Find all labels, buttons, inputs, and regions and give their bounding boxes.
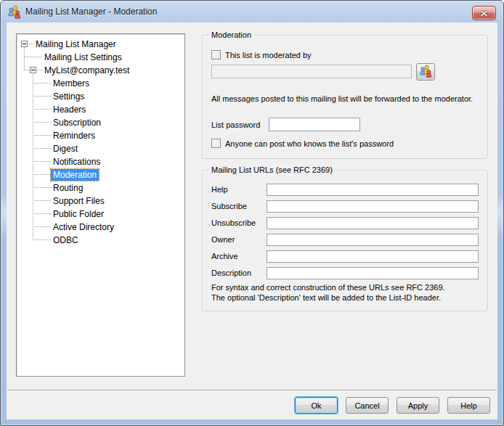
tree-expander-minus-icon[interactable] — [21, 41, 28, 47]
url-field-label-unsubscribe: Unsubscribe — [211, 218, 256, 227]
tree-connector — [24, 57, 43, 57]
url-field-label-owner: Owner — [211, 235, 235, 244]
moderation-group: Moderation This list is moderated by Al — [202, 35, 488, 159]
close-icon — [480, 8, 488, 19]
tree-item-label: ODBC — [51, 234, 81, 246]
moderated-by-checkbox-label: This list is moderated by — [225, 51, 312, 60]
tree-connector — [33, 174, 52, 175]
tree-item-label: Moderation — [51, 169, 99, 181]
tree-item-label: Settings — [51, 91, 86, 102]
tree-connector — [33, 226, 52, 227]
tree-connector — [24, 70, 29, 70]
tree-connector — [33, 213, 52, 214]
window-title: Mailing List Manager - Moderation — [25, 7, 157, 17]
tree-item-subscription[interactable]: Subscription — [17, 116, 184, 129]
tree-item-mailing-list-manager[interactable]: Mailing List Manager — [17, 38, 184, 51]
tree-item-label: Support Files — [51, 195, 107, 207]
dialog-window: Mailing List Manager - Moderation Mailin… — [0, 0, 504, 426]
tree-connector — [33, 135, 52, 136]
urls-note-line1: For syntax and correct construction of t… — [211, 283, 445, 292]
footer-divider — [7, 390, 497, 391]
tree-connector — [33, 187, 52, 188]
tree-connector — [33, 83, 52, 83]
moderator-input — [211, 65, 412, 78]
url-input-owner[interactable] — [267, 234, 479, 246]
titlebar[interactable]: Mailing List Manager - Moderation — [1, 1, 503, 22]
moderation-group-title: Moderation — [208, 30, 254, 39]
tree-item-mylist-company-test[interactable]: MyList@company.test — [17, 64, 184, 77]
tree-item-notifications[interactable]: Notifications — [17, 155, 184, 168]
tree-guide-line — [33, 74, 33, 240]
address-book-people-icon — [419, 64, 433, 80]
tree-item-routing[interactable]: Routing — [17, 181, 184, 194]
tree-connector — [33, 239, 52, 240]
url-input-archive[interactable] — [267, 250, 479, 263]
help-button[interactable]: Help — [447, 397, 490, 414]
moderator-picker-button[interactable] — [416, 63, 435, 81]
url-field-label-subscribe: Subscribe — [211, 202, 247, 210]
url-input-unsubscribe[interactable] — [267, 217, 479, 229]
tree-item-label: Active Directory — [51, 221, 116, 233]
moderated-by-checkbox[interactable] — [211, 50, 221, 60]
tree-item-label: Reminders — [51, 130, 97, 142]
list-password-input[interactable] — [269, 118, 360, 131]
tree-connector — [33, 161, 52, 162]
tree-item-moderation[interactable]: Moderation — [17, 168, 184, 181]
cancel-button[interactable]: Cancel — [346, 397, 389, 414]
tree-guide-line — [24, 47, 25, 70]
url-input-help[interactable] — [267, 184, 479, 196]
tree-item-label: Mailing List Manager — [33, 38, 118, 50]
tree-item-label: Members — [51, 78, 92, 89]
tree-item-label: Mailing List Settings — [42, 52, 124, 63]
tree-item-headers[interactable]: Headers — [17, 103, 184, 116]
tree-item-mailing-list-settings[interactable]: Mailing List Settings — [17, 51, 184, 64]
navigation-tree: Mailing List ManagerMailing List Setting… — [16, 33, 185, 377]
tree-connector — [33, 96, 52, 97]
tree-item-reminders[interactable]: Reminders — [17, 129, 184, 142]
ok-button[interactable]: Ok — [295, 397, 338, 414]
tree-item-members[interactable]: Members — [17, 77, 184, 90]
tree-item-odbc[interactable]: ODBC — [17, 234, 184, 247]
apply-button[interactable]: Apply — [397, 397, 439, 414]
tree-item-public-folder[interactable]: Public Folder — [17, 208, 184, 221]
url-field-label-archive: Archive — [211, 252, 238, 261]
tree-item-label: Subscription — [51, 117, 103, 128]
tree-item-label: Public Folder — [51, 208, 106, 220]
anyone-can-post-checkbox-label: Anyone can post who knows the list's pas… — [225, 139, 394, 148]
tree-expander-minus-icon[interactable] — [30, 67, 36, 73]
tree-item-label: Routing — [51, 182, 85, 194]
tree-item-support-files[interactable]: Support Files — [17, 194, 184, 208]
tree-connector — [33, 109, 52, 110]
dialog-content: Mailing List ManagerMailing List Setting… — [7, 22, 497, 419]
list-password-label: List password — [211, 120, 260, 129]
mailing-list-people-icon — [7, 4, 22, 19]
moderation-note: All messages posted to this mailing list… — [211, 94, 473, 103]
anyone-can-post-checkbox[interactable] — [211, 139, 221, 148]
mailing-list-urls-group: Mailing List URLs (see RFC 2369) For syn… — [202, 170, 488, 311]
urls-note-line2: The optional 'Description' text will be … — [211, 293, 441, 302]
tree-item-settings[interactable]: Settings — [17, 90, 184, 103]
tree-connector — [33, 200, 52, 201]
tree-item-label: Digest — [51, 143, 80, 155]
url-input-description[interactable] — [267, 267, 479, 279]
urls-group-title: Mailing List URLs (see RFC 2369) — [208, 165, 336, 174]
url-input-subscribe[interactable] — [267, 200, 479, 213]
tree-item-active-directory[interactable]: Active Directory — [17, 221, 184, 234]
tree-item-label: MyList@company.test — [42, 65, 131, 76]
tree-connector — [33, 122, 52, 123]
url-field-label-help: Help — [211, 185, 228, 194]
close-button[interactable] — [472, 6, 496, 20]
tree-item-label: Headers — [51, 104, 88, 115]
tree-item-digest[interactable]: Digest — [17, 142, 184, 155]
tree-connector — [33, 148, 52, 149]
tree-item-label: Notifications — [51, 156, 102, 168]
url-field-label-description: Description — [211, 269, 251, 277]
